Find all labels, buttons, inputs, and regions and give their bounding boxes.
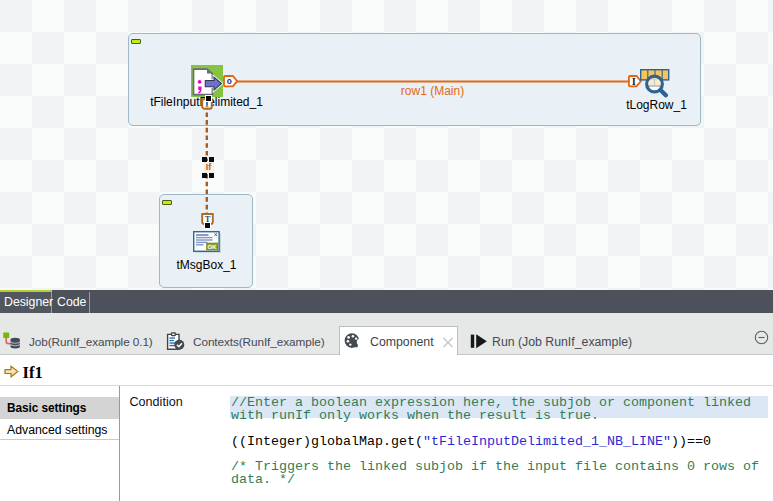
- svg-text:OK: OK: [207, 243, 217, 249]
- svg-text:o: o: [226, 77, 231, 87]
- svg-text:I: I: [631, 77, 635, 87]
